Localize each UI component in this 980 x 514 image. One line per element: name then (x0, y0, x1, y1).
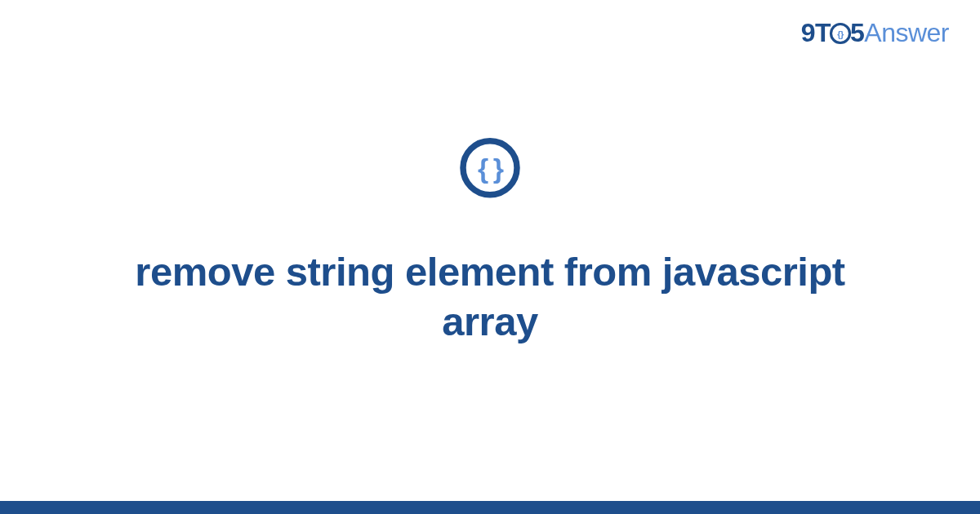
site-logo: 9T {} 5Answer (801, 18, 949, 48)
svg-text:{}: {} (837, 29, 844, 38)
logo-answer: Answer (864, 18, 949, 47)
logo-o-icon: {} (829, 22, 852, 45)
bottom-accent-bar (0, 501, 980, 514)
page-title: remove string element from javascript ar… (122, 247, 858, 348)
main-content: { } remove string element from javascrip… (0, 136, 980, 348)
svg-text:{ }: { } (478, 153, 504, 184)
braces-icon: { } (458, 136, 522, 200)
logo-nine: 9 (801, 18, 815, 47)
logo-five: 5 (850, 18, 864, 47)
